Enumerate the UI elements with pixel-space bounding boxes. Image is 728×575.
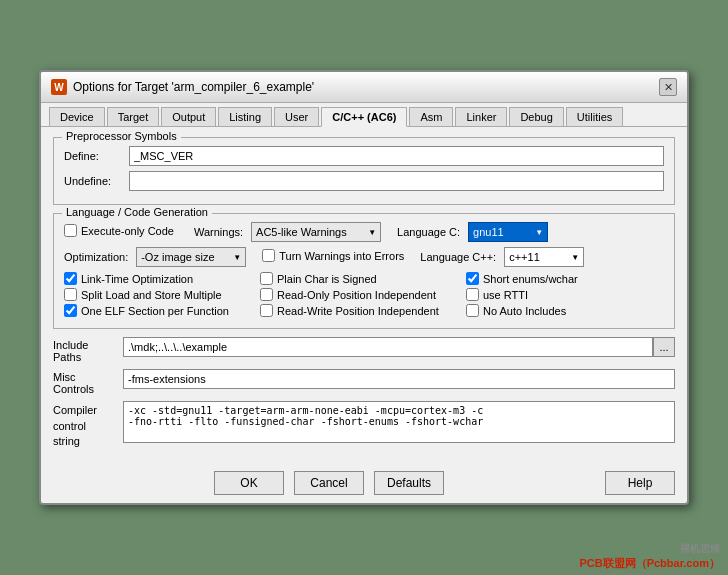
help-button[interactable]: Help xyxy=(605,471,675,495)
language-cpp-dropdown[interactable]: c++11 ▼ xyxy=(504,247,584,267)
browse-button[interactable]: ... xyxy=(653,337,675,357)
warnings-label: Warnings: xyxy=(194,226,243,238)
title-bar: W Options for Target 'arm_compiler_6_exa… xyxy=(41,72,687,103)
watermark-line1: 裸机思维 xyxy=(579,542,720,556)
use-rtti-checkbox[interactable] xyxy=(466,288,479,301)
close-button[interactable]: ✕ xyxy=(659,78,677,96)
tab-cpp-ac6[interactable]: C/C++ (AC6) xyxy=(321,107,407,127)
include-paths-input[interactable] xyxy=(123,337,653,357)
misc-controls-input[interactable] xyxy=(123,369,675,389)
use-rtti-label: use RTTI xyxy=(483,289,528,301)
no-auto-label: No Auto Includes xyxy=(483,305,566,317)
center-buttons: OK Cancel Defaults xyxy=(53,471,605,495)
no-auto-row: No Auto Includes xyxy=(466,304,664,317)
readwrite-pos-checkbox[interactable] xyxy=(260,304,273,317)
tab-listing[interactable]: Listing xyxy=(218,107,272,126)
warnings-value: AC5-like Warnings xyxy=(256,226,347,238)
compiler-control-row: Compiler control string xyxy=(53,401,675,449)
bottom-buttons-area: OK Cancel Defaults Help xyxy=(41,465,687,503)
left-checkboxes: Link-Time Optimization Split Load and St… xyxy=(64,272,244,320)
warnings-arrow: ▼ xyxy=(368,228,376,237)
readonly-pos-row: Read-Only Position Independent xyxy=(260,288,450,301)
link-time-checkbox[interactable] xyxy=(64,272,77,285)
app-icon: W xyxy=(51,79,67,95)
dialog-title: Options for Target 'arm_compiler_6_examp… xyxy=(73,80,314,94)
ok-button[interactable]: OK xyxy=(214,471,284,495)
define-label: Define: xyxy=(64,150,129,162)
optimization-value: -Oz image size xyxy=(141,251,214,263)
language-cpp-label: Language C++: xyxy=(420,251,496,263)
tab-debug[interactable]: Debug xyxy=(509,107,563,126)
execute-only-label: Execute-only Code xyxy=(81,225,174,237)
readwrite-pos-label: Read-Write Position Independent xyxy=(277,305,439,317)
main-dialog: W Options for Target 'arm_compiler_6_exa… xyxy=(39,70,689,504)
one-elf-row: One ELF Section per Function xyxy=(64,304,244,317)
undefine-row: Undefine: xyxy=(64,171,664,191)
short-enums-row: Short enums/wchar xyxy=(466,272,664,285)
execute-only-checkbox[interactable] xyxy=(64,224,77,237)
use-rtti-row: use RTTI xyxy=(466,288,664,301)
misc-controls-row: Misc Controls xyxy=(53,369,675,395)
language-section-title: Language / Code Generation xyxy=(62,206,212,218)
checkboxes-area: Link-Time Optimization Split Load and St… xyxy=(64,272,664,320)
link-time-row: Link-Time Optimization xyxy=(64,272,244,285)
define-row: Define: xyxy=(64,146,664,166)
define-input[interactable] xyxy=(129,146,664,166)
tab-asm[interactable]: Asm xyxy=(409,107,453,126)
turn-warnings-checkbox[interactable] xyxy=(262,249,275,262)
readonly-pos-checkbox[interactable] xyxy=(260,288,273,301)
split-load-row: Split Load and Store Multiple xyxy=(64,288,244,301)
tab-device[interactable]: Device xyxy=(49,107,105,126)
language-c-arrow: ▼ xyxy=(535,228,543,237)
watermark-line2: PCB联盟网（Pcbbar.com） xyxy=(579,556,720,571)
split-load-label: Split Load and Store Multiple xyxy=(81,289,222,301)
misc-controls-label: Misc Controls xyxy=(53,369,123,395)
no-auto-checkbox[interactable] xyxy=(466,304,479,317)
turn-warnings-label: Turn Warnings into Errors xyxy=(279,250,404,262)
tab-user[interactable]: User xyxy=(274,107,319,126)
readonly-pos-label: Read-Only Position Independent xyxy=(277,289,436,301)
content-area: Preprocessor Symbols Define: Undefine: L… xyxy=(41,127,687,464)
plain-char-checkbox[interactable] xyxy=(260,272,273,285)
language-section: Language / Code Generation Execute-only … xyxy=(53,213,675,329)
undefine-input[interactable] xyxy=(129,171,664,191)
compiler-control-label: Compiler control string xyxy=(53,401,123,449)
language-c-dropdown[interactable]: gnu11 ▼ xyxy=(468,222,548,242)
readwrite-pos-row: Read-Write Position Independent xyxy=(260,304,450,317)
optimization-arrow: ▼ xyxy=(233,253,241,262)
undefine-label: Undefine: xyxy=(64,175,129,187)
watermark: 裸机思维 PCB联盟网（Pcbbar.com） xyxy=(579,542,720,571)
preprocessor-title: Preprocessor Symbols xyxy=(62,130,181,142)
include-paths-label: Include Paths xyxy=(53,337,123,363)
one-elf-label: One ELF Section per Function xyxy=(81,305,229,317)
cancel-button[interactable]: Cancel xyxy=(294,471,364,495)
lang-row-1: Execute-only Code Warnings: AC5-like War… xyxy=(64,222,664,242)
turn-warnings-row: Turn Warnings into Errors xyxy=(262,249,404,262)
right-checkboxes: Short enums/wchar use RTTI No Auto Inclu… xyxy=(466,272,664,320)
lang-row-2: Optimization: -Oz image size ▼ Turn Warn… xyxy=(64,247,664,267)
tab-target[interactable]: Target xyxy=(107,107,160,126)
short-enums-checkbox[interactable] xyxy=(466,272,479,285)
plain-char-label: Plain Char is Signed xyxy=(277,273,377,285)
warnings-dropdown[interactable]: AC5-like Warnings ▼ xyxy=(251,222,381,242)
link-time-label: Link-Time Optimization xyxy=(81,273,193,285)
language-c-label: Language C: xyxy=(397,226,460,238)
tab-utilities[interactable]: Utilities xyxy=(566,107,623,126)
plain-char-row: Plain Char is Signed xyxy=(260,272,450,285)
optimization-label: Optimization: xyxy=(64,251,128,263)
middle-checkboxes: Plain Char is Signed Read-Only Position … xyxy=(260,272,450,320)
language-cpp-value: c++11 xyxy=(509,251,540,263)
split-load-checkbox[interactable] xyxy=(64,288,77,301)
tab-output[interactable]: Output xyxy=(161,107,216,126)
optimization-dropdown[interactable]: -Oz image size ▼ xyxy=(136,247,246,267)
defaults-button[interactable]: Defaults xyxy=(374,471,444,495)
execute-only-row: Execute-only Code xyxy=(64,224,174,237)
title-bar-left: W Options for Target 'arm_compiler_6_exa… xyxy=(51,79,314,95)
language-c-value: gnu11 xyxy=(473,226,504,238)
compiler-control-textarea[interactable] xyxy=(123,401,675,443)
preprocessor-section: Preprocessor Symbols Define: Undefine: xyxy=(53,137,675,205)
language-cpp-arrow: ▼ xyxy=(571,253,579,262)
include-paths-row: Include Paths ... xyxy=(53,337,675,363)
one-elf-checkbox[interactable] xyxy=(64,304,77,317)
tab-linker[interactable]: Linker xyxy=(455,107,507,126)
